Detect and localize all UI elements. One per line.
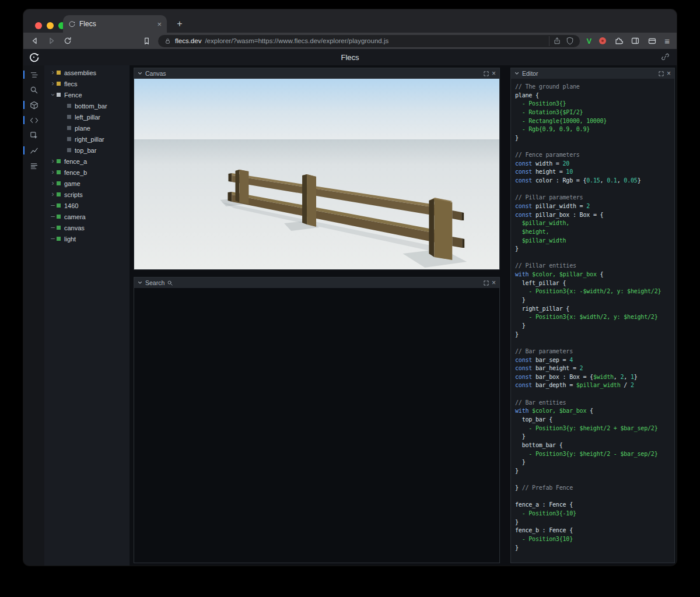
tree-item-assemblies[interactable]: ›assemblies — [44, 67, 130, 78]
tree-item-bottom_bar[interactable]: bottom_bar — [44, 100, 130, 111]
code-line: } — [515, 467, 674, 476]
code-line: fence_a : Fence { — [515, 501, 674, 510]
tree-item-camera[interactable]: –camera — [44, 211, 130, 222]
code-line — [515, 142, 674, 151]
code-line: } // Prefab Fence — [515, 484, 674, 493]
tree-item-Fence[interactable]: ›Fence — [44, 89, 130, 100]
app-header: Flecs — [23, 49, 677, 65]
tree-item-left_pillar[interactable]: left_pillar — [44, 111, 130, 122]
permalink-icon[interactable] — [661, 52, 670, 61]
sidebar-tab-inspect[interactable] — [23, 128, 44, 143]
code-line: const bar_sep = 4 — [515, 356, 674, 365]
close-icon[interactable]: × — [667, 70, 671, 77]
tree-item-top_bar[interactable]: top_bar — [44, 145, 130, 156]
code-line: - Position3{x: $width/2, y: $height/2} — [515, 313, 674, 322]
code-line: - Rgb{0.9, 0.9, 0.9} — [515, 125, 674, 134]
expand-icon[interactable] — [484, 280, 489, 286]
tree-toggle-icon[interactable]: › — [50, 169, 56, 175]
sidebar-tab-queries[interactable] — [23, 158, 44, 173]
sidebar-icon-strip — [23, 65, 44, 566]
tree-toggle-icon[interactable]: › — [50, 158, 56, 164]
canvas-3d-view[interactable] — [134, 79, 499, 269]
entity-label: game — [64, 180, 80, 187]
entity-color-swatch — [67, 104, 71, 108]
back-icon — [30, 36, 40, 45]
app-body: ›assemblies›flecs›Fencebottom_barleft_pi… — [23, 65, 677, 566]
entity-color-swatch — [57, 159, 61, 163]
code-line: const bar_height = 2 — [515, 364, 674, 373]
flecs-logo-icon[interactable] — [29, 52, 39, 62]
code-line: } — [515, 458, 674, 467]
tree-item-game[interactable]: ›game — [44, 178, 130, 189]
entity-color-swatch — [57, 215, 61, 219]
sidebar-tab-entities[interactable] — [23, 97, 44, 113]
wallet-icon[interactable] — [648, 36, 657, 45]
sidebar-toggle-icon[interactable] — [631, 36, 640, 45]
collapse-chevron-icon[interactable] — [138, 71, 142, 76]
code-line: const bar_depth = $pillar_width / 2 — [515, 381, 674, 390]
minimize-window-button[interactable] — [47, 22, 54, 29]
sidebar-tab-tree[interactable] — [23, 67, 44, 82]
entity-color-swatch — [57, 170, 61, 174]
tree-item-light[interactable]: –light — [44, 233, 130, 244]
red-extension-icon[interactable] — [599, 37, 606, 44]
v-extension-icon[interactable]: V — [587, 37, 592, 45]
tree-item-fence_a[interactable]: ›fence_a — [44, 156, 130, 167]
tree-toggle-icon[interactable]: › — [50, 80, 56, 87]
share-icon[interactable] — [553, 37, 561, 45]
code-line: // Pillar entities — [515, 262, 674, 271]
tree-toggle-icon[interactable]: › — [50, 180, 56, 187]
tree-item-fence_b[interactable]: ›fence_b — [44, 167, 130, 178]
sidebar-tab-code[interactable] — [23, 113, 44, 128]
close-window-button[interactable] — [35, 22, 42, 29]
code-line — [515, 493, 674, 501]
shield-icon[interactable] — [566, 37, 574, 45]
bookmark-button[interactable] — [142, 37, 151, 45]
sidebar-tab-search[interactable] — [23, 82, 44, 97]
entity-color-swatch — [57, 226, 61, 230]
search-results-area[interactable] — [134, 288, 499, 563]
close-icon[interactable]: × — [492, 279, 496, 286]
tree-toggle-icon[interactable]: › — [50, 191, 56, 198]
tree-toggle-icon[interactable]: › — [50, 69, 56, 76]
entity-color-swatch — [57, 82, 61, 86]
collapse-chevron-icon[interactable] — [138, 280, 142, 285]
tree-item-scripts[interactable]: ›scripts — [44, 189, 130, 200]
expand-icon[interactable] — [484, 71, 489, 76]
tree-item-right_pillar[interactable]: right_pillar — [44, 134, 130, 145]
code-line — [515, 339, 674, 347]
editor-code[interactable]: // The ground planeplane { - Position3{}… — [511, 79, 674, 563]
editor-panel-title: Editor — [522, 70, 538, 77]
back-button[interactable] — [30, 36, 40, 45]
entity-color-swatch — [67, 137, 71, 141]
tree-toggle-icon[interactable]: › — [50, 92, 56, 98]
code-line: - Rotation3{$PI/2} — [515, 108, 674, 117]
close-icon[interactable]: × — [492, 70, 496, 77]
code-line: } — [515, 134, 674, 143]
tree-item-canvas[interactable]: –canvas — [44, 222, 130, 233]
extensions-puzzle-icon[interactable] — [614, 36, 623, 45]
browser-tab[interactable]: Flecs × — [63, 15, 167, 33]
new-tab-button[interactable]: + — [173, 17, 187, 31]
expand-icon[interactable] — [659, 71, 664, 76]
sidebar-tab-stats[interactable] — [23, 143, 44, 158]
bars-list-icon — [30, 161, 38, 170]
forward-button[interactable] — [47, 36, 56, 45]
entity-label: light — [64, 236, 76, 243]
code-line — [515, 185, 674, 194]
code-line: } — [515, 322, 674, 331]
tree-item-flecs[interactable]: ›flecs — [44, 78, 130, 89]
search-panel-header: Search × — [134, 278, 499, 288]
canvas-panel-title: Canvas — [145, 70, 166, 77]
editor-panel-header: Editor × — [511, 68, 674, 79]
code-line: - Rectangle{10000, 10000} — [515, 117, 674, 126]
search-icon — [30, 86, 38, 94]
fence-render — [134, 79, 499, 269]
tree-item-1460[interactable]: –1460 — [44, 200, 130, 211]
menu-button[interactable]: ≡ — [664, 36, 670, 46]
reload-button[interactable] — [63, 36, 72, 45]
tree-item-plane[interactable]: plane — [44, 122, 130, 134]
tab-close-icon[interactable]: × — [157, 20, 162, 29]
url-bar[interactable]: flecs.dev /explorer/?wasm=https://www.fl… — [158, 35, 580, 47]
collapse-chevron-icon[interactable] — [514, 71, 519, 76]
